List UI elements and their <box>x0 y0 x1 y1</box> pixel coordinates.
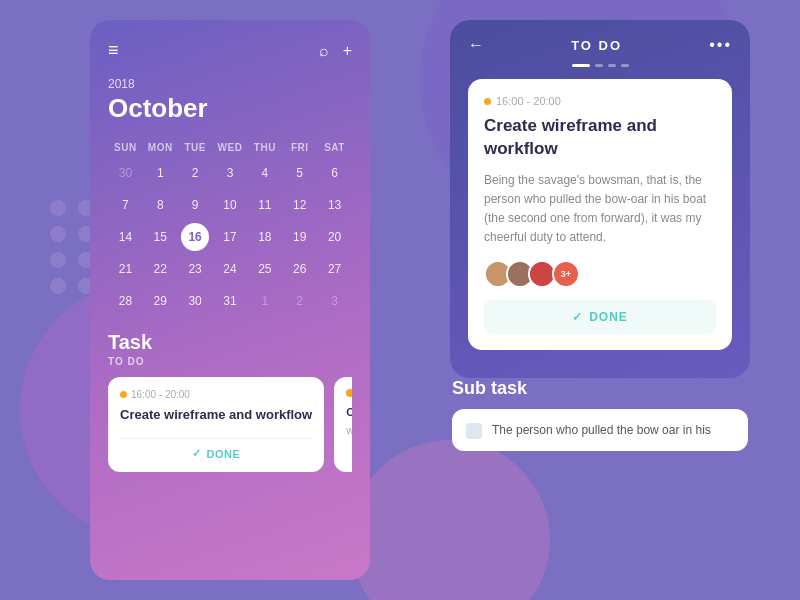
calendar-panel: ≡ ⌕ + 2018 October SUN MON TUE WED THU F… <box>90 20 370 580</box>
cal-day[interactable]: 29 <box>146 287 174 315</box>
cal-day[interactable]: 17 <box>216 223 244 251</box>
checkmark-icon: ✓ <box>572 310 583 324</box>
main-task-title: Create wireframe and workflow <box>484 115 716 161</box>
todo-pagination-dots <box>468 64 732 67</box>
cal-day[interactable]: 12 <box>286 191 314 219</box>
dot-1[interactable] <box>572 64 590 67</box>
cal-day[interactable]: 18 <box>251 223 279 251</box>
main-task-description: Being the savage's bowsman, that is, the… <box>484 171 716 248</box>
main-task-time: 16:00 - 20:00 <box>484 95 716 107</box>
calendar-header: ≡ ⌕ + <box>108 40 352 61</box>
cal-day[interactable]: 10 <box>216 191 244 219</box>
cal-day[interactable]: 15 <box>146 223 174 251</box>
cal-day[interactable]: 1 <box>251 287 279 315</box>
more-icon[interactable]: ••• <box>709 36 732 54</box>
cal-day[interactable]: 2 <box>181 159 209 187</box>
todo-card: ← TO DO ••• 16:00 - 20:00 Create wirefra… <box>450 20 750 378</box>
cal-day[interactable]: 21 <box>111 255 139 283</box>
cal-day-today[interactable]: 16 <box>181 223 209 251</box>
search-icon[interactable]: ⌕ <box>319 42 329 60</box>
cal-header-fri: FRI <box>282 138 317 157</box>
header-actions: ⌕ + <box>319 42 352 60</box>
cal-day[interactable]: 5 <box>286 159 314 187</box>
task-section-title: Task <box>108 331 352 354</box>
cal-row-1: 30 1 2 3 4 5 6 <box>108 157 352 189</box>
cal-day[interactable]: 20 <box>321 223 349 251</box>
cal-day[interactable]: 23 <box>181 255 209 283</box>
dot-2[interactable] <box>595 64 603 67</box>
cal-day[interactable]: 6 <box>321 159 349 187</box>
cal-header-tue: TUE <box>178 138 213 157</box>
task-cards: 16:00 - 20:00 Create wireframe and workf… <box>108 377 352 472</box>
cal-day[interactable]: 30 <box>181 287 209 315</box>
task-section-subtitle: TO DO <box>108 356 352 367</box>
cal-day[interactable]: 11 <box>251 191 279 219</box>
cal-day[interactable]: 27 <box>321 255 349 283</box>
task-card-2-partial[interactable]: C... w... <box>334 377 352 472</box>
cal-day[interactable]: 1 <box>146 159 174 187</box>
cal-day[interactable]: 19 <box>286 223 314 251</box>
year-label: 2018 <box>108 77 352 91</box>
cal-day[interactable]: 13 <box>321 191 349 219</box>
cal-day[interactable]: 4 <box>251 159 279 187</box>
avatar-group: 3+ <box>484 260 716 288</box>
cal-header-mon: MON <box>143 138 178 157</box>
cal-day[interactable]: 31 <box>216 287 244 315</box>
main-task-card: 16:00 - 20:00 Create wireframe and workf… <box>468 79 732 350</box>
cal-day[interactable]: 22 <box>146 255 174 283</box>
todo-title: TO DO <box>571 38 622 53</box>
cal-day[interactable]: 2 <box>286 287 314 315</box>
back-icon[interactable]: ← <box>468 36 484 54</box>
cal-day[interactable]: 9 <box>181 191 209 219</box>
menu-icon[interactable]: ≡ <box>108 40 119 61</box>
task-card-time: 16:00 - 20:00 <box>120 389 312 400</box>
cal-row-2: 7 8 9 10 11 12 13 <box>108 189 352 221</box>
cal-header-sat: SAT <box>317 138 352 157</box>
cal-day[interactable]: 3 <box>321 287 349 315</box>
checkmark-icon: ✓ <box>192 447 202 460</box>
calendar-header-row: SUN MON TUE WED THU FRI SAT <box>108 138 352 157</box>
time-dot-icon <box>484 98 491 105</box>
add-icon[interactable]: + <box>343 42 352 60</box>
cal-day[interactable]: 7 <box>111 191 139 219</box>
cal-day[interactable]: 30 <box>111 159 139 187</box>
calendar-grid: SUN MON TUE WED THU FRI SAT 30 1 2 3 4 5… <box>108 138 352 317</box>
task-card-title: Create wireframe and workflow <box>120 406 312 424</box>
subtask-section: Sub task The person who pulled the bow o… <box>450 378 750 451</box>
cal-day[interactable]: 25 <box>251 255 279 283</box>
subtask-title: Sub task <box>452 378 748 399</box>
cal-day[interactable]: 3 <box>216 159 244 187</box>
cal-row-4: 21 22 23 24 25 26 27 <box>108 253 352 285</box>
cal-day[interactable]: 26 <box>286 255 314 283</box>
cal-header-thu: THU <box>247 138 282 157</box>
dot-3[interactable] <box>608 64 616 67</box>
cal-row-5: 28 29 30 31 1 2 3 <box>108 285 352 317</box>
task-card-1[interactable]: 16:00 - 20:00 Create wireframe and workf… <box>108 377 324 472</box>
cal-day[interactable]: 14 <box>111 223 139 251</box>
cal-day[interactable]: 28 <box>111 287 139 315</box>
todo-header: ← TO DO ••• <box>468 36 732 54</box>
todo-panel: ← TO DO ••• 16:00 - 20:00 Create wirefra… <box>450 20 750 585</box>
month-label: October <box>108 93 352 124</box>
subtask-card[interactable]: The person who pulled the bow oar in his <box>452 409 748 451</box>
cal-row-3: 14 15 16 17 18 19 20 <box>108 221 352 253</box>
cal-header-sun: SUN <box>108 138 143 157</box>
subtask-checkbox[interactable] <box>466 423 482 439</box>
time-dot-icon <box>120 391 127 398</box>
subtask-text: The person who pulled the bow oar in his <box>492 421 711 439</box>
avatar-overflow: 3+ <box>552 260 580 288</box>
task-done-button[interactable]: ✓ DONE <box>120 438 312 460</box>
cal-header-wed: WED <box>213 138 248 157</box>
dot-4[interactable] <box>621 64 629 67</box>
main-done-button[interactable]: ✓ DONE <box>484 300 716 334</box>
cal-day[interactable]: 8 <box>146 191 174 219</box>
cal-day[interactable]: 24 <box>216 255 244 283</box>
